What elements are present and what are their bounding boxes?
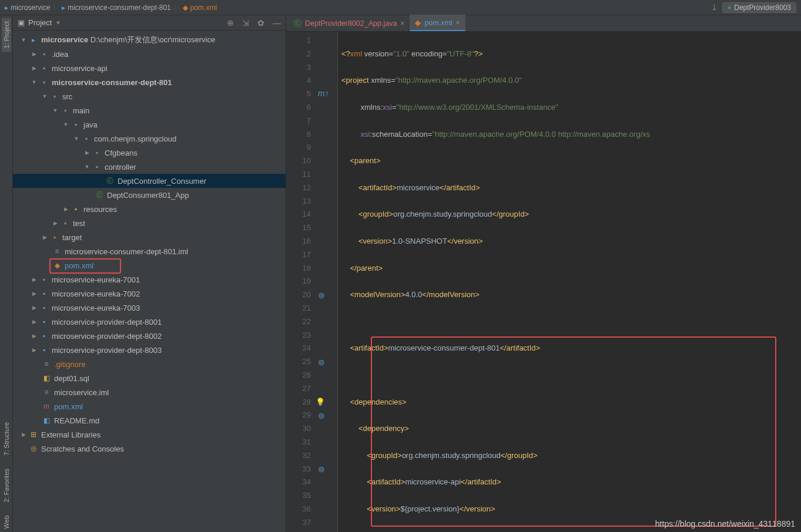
tree-item[interactable]: ◧dept01.sql xyxy=(13,371,286,385)
tab-label: pom.xml xyxy=(424,19,452,27)
tree-item[interactable]: ▼▪controller xyxy=(13,160,286,174)
tab-label: DeptProvider8002_App.java xyxy=(305,19,397,28)
tree-item[interactable]: ▶▪Cfgbeans xyxy=(13,146,286,160)
tree-item[interactable]: ▼▪microservice-consumer-dept-801 xyxy=(13,75,286,89)
close-icon[interactable]: × xyxy=(400,19,404,28)
tree-item[interactable]: ▶▪test xyxy=(13,216,286,230)
xml-icon: ◆ xyxy=(183,4,188,12)
tree-item[interactable]: ▼▪java xyxy=(13,117,286,132)
run-config-label: DeptProvider8003 xyxy=(734,4,791,12)
fold-column[interactable] xyxy=(330,32,338,532)
tree-item[interactable]: ▼▪src xyxy=(13,89,286,103)
tree-item[interactable]: ≡.gitignore xyxy=(13,357,286,371)
run-icon: ● xyxy=(728,4,731,11)
tab-pom-xml[interactable]: ◆pom.xml× xyxy=(410,15,465,31)
tree-item[interactable]: ▶▪.idea xyxy=(13,47,286,61)
tab-java-file[interactable]: ⓒDeptProvider8002_App.java× xyxy=(289,16,410,31)
editor-area: ⓒDeptProvider8002_App.java× ◆pom.xml× 12… xyxy=(286,15,801,532)
code-editor[interactable]: 1234567891011121314151617181920212223242… xyxy=(286,32,801,532)
tree-item[interactable]: ▶▪microservice-provider-dept-8003 xyxy=(13,343,286,357)
dependency-icon[interactable]: ⊚ xyxy=(318,409,325,423)
hide-icon[interactable]: — xyxy=(273,18,281,28)
locate-icon[interactable]: ⊕ xyxy=(227,18,234,28)
dependency-icon[interactable]: ⊚ xyxy=(318,356,325,369)
watermark: https://blog.csdn.net/weixin_43118891 xyxy=(655,519,795,528)
panel-title: Project xyxy=(28,18,52,27)
intention-bulb-icon[interactable]: 💡 xyxy=(316,396,325,409)
dependency-icon[interactable]: ⊚ xyxy=(318,463,325,476)
tool-window-bar: 1: Project 7: Structure 2: Favorites Web xyxy=(0,15,13,532)
project-panel-header: ▣ Project ▼ ⊕ ⇲ ✿ — xyxy=(13,15,286,31)
tree-item-pom[interactable]: ◆pom.xml xyxy=(13,258,286,272)
tree-item[interactable]: ▼▪com.chenjm.springcloud xyxy=(13,132,286,146)
tree-item[interactable]: ▶▪microservice-api xyxy=(13,61,286,75)
project-icon: ▣ xyxy=(18,18,25,27)
tree-item[interactable]: ≡microservice.iml xyxy=(13,385,286,399)
tree-item[interactable]: ≡microservice-consumer-dept-801.iml xyxy=(13,244,286,258)
tree-item[interactable]: ▶▪microservice-eureka-7001 xyxy=(13,272,286,287)
tree-item[interactable]: ▶▪microservice-eureka-7003 xyxy=(13,301,286,315)
tree-item[interactable]: ▶▪microservice-provider-dept-8002 xyxy=(13,329,286,343)
tree-ext-libs[interactable]: ▶⊞External Libraries xyxy=(13,427,286,442)
crumb-1[interactable]: microservice xyxy=(11,4,50,12)
chevron-right-icon: 〉 xyxy=(52,2,59,12)
tree-item[interactable]: ▶▪microservice-provider-dept-8001 xyxy=(13,315,286,329)
close-icon[interactable]: × xyxy=(456,19,460,27)
crumb-3[interactable]: pom.xml xyxy=(190,4,217,12)
tree-scratches[interactable]: ◎Scratches and Consoles xyxy=(13,442,286,456)
tool-tab-favorites[interactable]: 2: Favorites xyxy=(2,465,11,506)
run-config-selector[interactable]: ● DeptProvider8003 xyxy=(722,2,796,13)
folder-icon: ▸ xyxy=(5,4,8,12)
module-icon: ▸ xyxy=(62,4,65,12)
line-number-gutter: 1234567891011121314151617181920212223242… xyxy=(286,32,316,532)
project-tree[interactable]: ▼▸microservice D:\chenjm\开发信息\ocr\micros… xyxy=(13,31,286,532)
code-content[interactable]: <?xml version="1.0" encoding="UTF-8"?> <… xyxy=(338,32,801,532)
maven-icon[interactable]: m↑ xyxy=(318,87,329,100)
tree-item[interactable]: ▶▪resources xyxy=(13,202,286,216)
tool-tab-project[interactable]: 1: Project xyxy=(2,18,11,52)
dependency-icon[interactable]: ⊚ xyxy=(318,289,325,302)
collapse-icon[interactable]: ⇲ xyxy=(242,18,249,28)
xml-icon: ◆ xyxy=(415,18,421,27)
breadcrumb-bar: ▸ microservice 〉 ▸ microservice-consumer… xyxy=(0,0,801,15)
class-icon: ⓒ xyxy=(294,19,301,29)
project-tool-window: ▣ Project ▼ ⊕ ⇲ ✿ — ▼▸microservice D:\ch… xyxy=(13,15,286,532)
tree-item[interactable]: ◧README.md xyxy=(13,413,286,427)
tree-item[interactable]: ▶▪target xyxy=(13,230,286,244)
build-icon[interactable]: ⤓ xyxy=(711,3,718,12)
crumb-2[interactable]: microservice-consumer-dept-801 xyxy=(68,4,170,12)
editor-tabs: ⓒDeptProvider8002_App.java× ◆pom.xml× xyxy=(286,15,801,32)
tree-item[interactable]: ▶▪microservice-eureka-7002 xyxy=(13,287,286,301)
chevron-right-icon: 〉 xyxy=(173,2,180,12)
tree-item[interactable]: mpom.xml xyxy=(13,399,286,413)
gutter-marks: m↑ ⊚ ⊚ 💡 ⊚ ⊚ xyxy=(316,32,330,532)
dropdown-icon[interactable]: ▼ xyxy=(55,20,61,26)
tree-item-selected[interactable]: ⓒDeptController_Consumer xyxy=(13,174,286,188)
tree-item[interactable]: ⓒDeptConsumer801_App xyxy=(13,188,286,202)
tool-tab-structure[interactable]: 7: Structure xyxy=(2,419,11,459)
tree-item[interactable]: ▼▪main xyxy=(13,103,286,117)
breadcrumb[interactable]: ▸ microservice 〉 ▸ microservice-consumer… xyxy=(5,2,217,12)
gear-icon[interactable]: ✿ xyxy=(257,18,264,28)
tool-tab-web[interactable]: Web xyxy=(2,512,11,532)
tree-root[interactable]: ▼▸microservice D:\chenjm\开发信息\ocr\micros… xyxy=(13,33,286,47)
